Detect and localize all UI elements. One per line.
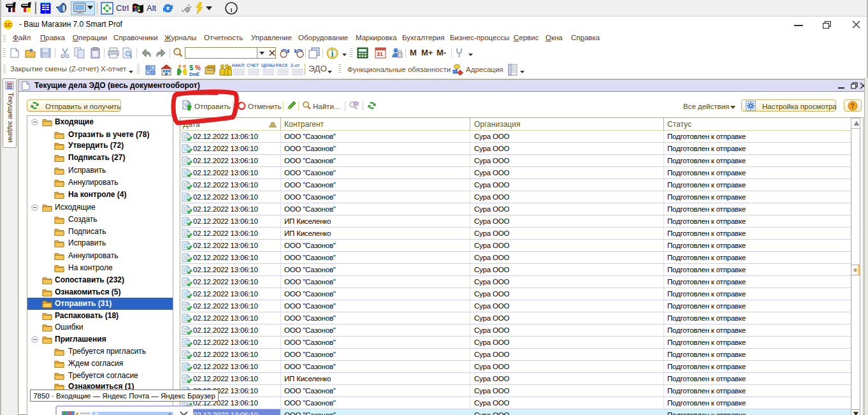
svg-text:€: € <box>196 71 199 76</box>
svg-text:31: 31 <box>377 51 383 57</box>
svg-text:$: $ <box>189 64 193 71</box>
svg-text:?: ? <box>851 103 855 110</box>
svg-text:1С: 1С <box>4 22 12 28</box>
